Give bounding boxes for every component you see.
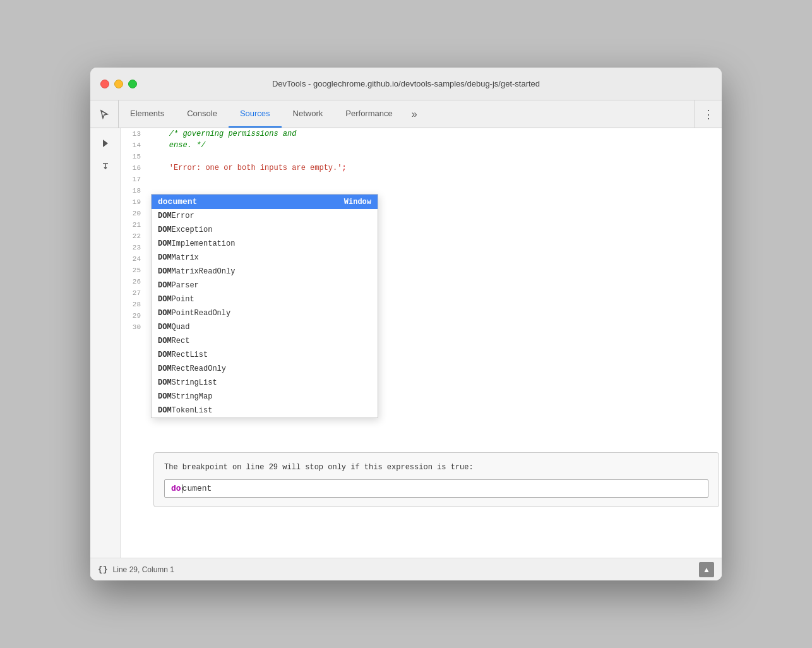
titlebar: DevTools - googlechrome.github.io/devtoo… [90,68,722,100]
autocomplete-item-4[interactable]: DOMMatrixReadOnly [152,265,378,279]
autocomplete-selected-item: document [158,197,197,207]
autocomplete-item-11[interactable]: DOMRectReadOnly [152,362,378,376]
tab-console[interactable]: Console [176,100,229,128]
autocomplete-item-6[interactable]: DOMPoint [152,292,378,306]
step-over-button[interactable] [95,156,116,176]
code-line-17: 17 [121,174,722,185]
toolbar: Elements Console Sources Network Perform… [90,100,722,128]
autocomplete-item-8[interactable]: DOMQuad [152,320,378,334]
code-line-14: 14 ense. */ [121,140,722,151]
input-suffix: cument [182,484,212,493]
breakpoint-tooltip: The breakpoint on line 29 will stop only… [153,452,719,507]
code-editor[interactable]: 13 /* governing permissions and 14 ense.… [121,128,722,558]
autocomplete-item-13[interactable]: DOMStringMap [152,390,378,404]
close-button[interactable] [100,80,109,88]
autocomplete-item-7[interactable]: DOMPointReadOnly [152,306,378,320]
main-area: 13 /* governing permissions and 14 ense.… [90,128,722,558]
breakpoint-input-content: document [171,484,212,493]
tab-network[interactable]: Network [282,100,335,128]
autocomplete-item-9[interactable]: DOMRect [152,334,378,348]
autocomplete-header: document Window [152,195,378,209]
tab-performance[interactable]: Performance [334,100,403,128]
breakpoint-input-wrapper[interactable]: document [164,479,708,498]
input-prefix: do [171,484,181,493]
format-button[interactable]: {} [98,565,108,574]
window-title: DevTools - googlechrome.github.io/devtoo… [272,79,540,88]
autocomplete-item-12[interactable]: DOMStringList [152,376,378,390]
scroll-to-top-button[interactable]: ▲ [699,562,714,577]
statusbar-left: {} Line 29, Column 1 [98,565,174,574]
code-line-16: 16 'Error: one or both inputs are empty.… [121,162,722,174]
tab-elements[interactable]: Elements [119,100,176,128]
pause-resume-button[interactable] [95,133,116,153]
breakpoint-tooltip-text: The breakpoint on line 29 will stop only… [164,462,708,473]
autocomplete-type: Window [344,198,371,207]
code-line-13: 13 /* governing permissions and [121,128,722,140]
traffic-lights [100,80,137,88]
autocomplete-item-10[interactable]: DOMRectList [152,348,378,362]
cursor-icon[interactable] [95,105,113,123]
autocomplete-list: DOMError DOMException DOMImplementation … [152,209,378,417]
code-line-15: 15 [121,151,722,162]
autocomplete-dropdown[interactable]: document Window DOMError DOMException DO… [151,194,378,418]
sidebar [90,128,121,558]
statusbar-right: ▲ [699,562,714,577]
autocomplete-item-0[interactable]: DOMError [152,209,378,223]
autocomplete-item-3[interactable]: DOMMatrix [152,251,378,265]
autocomplete-item-1[interactable]: DOMException [152,223,378,237]
fullscreen-button[interactable] [128,80,137,88]
autocomplete-item-2[interactable]: DOMImplementation [152,237,378,251]
cursor-position: Line 29, Column 1 [113,565,174,574]
autocomplete-item-5[interactable]: DOMParser [152,279,378,292]
tab-more-button[interactable]: » [404,100,425,128]
minimize-button[interactable] [114,80,123,88]
svg-marker-0 [103,140,108,147]
devtools-window: DevTools - googlechrome.github.io/devtoo… [90,68,722,580]
tabs: Elements Console Sources Network Perform… [119,100,695,128]
autocomplete-item-14[interactable]: DOMTokenList [152,404,378,417]
statusbar: {} Line 29, Column 1 ▲ [90,558,722,580]
devtools-menu-button[interactable]: ⋮ [695,100,722,128]
toolbar-icons [90,100,119,128]
tab-sources[interactable]: Sources [229,100,282,128]
devtools-body: Elements Console Sources Network Perform… [90,100,722,580]
